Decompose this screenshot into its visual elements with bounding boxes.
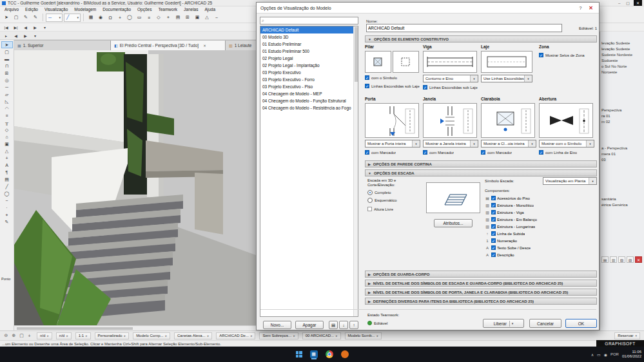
mvo-list-item[interactable]: 04 Checagem do Modelo - Resistência ao F… bbox=[260, 104, 353, 111]
tool-icon[interactable]: ~ bbox=[1, 197, 13, 204]
pilar-symbol-checkbox[interactable]: com o Símbolo bbox=[365, 75, 420, 80]
porta-marker-checkbox[interactable]: com Marcador bbox=[365, 150, 420, 155]
viga-hidden-lines-checkbox[interactable]: Linhas Escondidas sob Laje bbox=[423, 85, 478, 90]
statusbar-chip[interactable]: 00 ARCHICAD... bbox=[302, 332, 341, 339]
statusbar-chip[interactable]: Modelo Comp... bbox=[133, 332, 170, 339]
tool-icon[interactable]: ⊓ bbox=[1, 62, 13, 70]
navigator-item[interactable]: Sudoeste bbox=[600, 58, 644, 64]
chrome-icon[interactable] bbox=[326, 350, 333, 358]
tool-icon[interactable]: A bbox=[1, 162, 13, 169]
toolbar-icon[interactable]: + bbox=[115, 14, 124, 22]
pane-control-icon[interactable]: ▾ bbox=[31, 32, 39, 39]
stair-component-row[interactable]: ▥ Estrutura - Longarinas bbox=[485, 223, 597, 230]
stair-component-row[interactable]: ▥ Estrutura - Monolítico bbox=[485, 202, 597, 209]
tool-icon[interactable]: ▤ bbox=[1, 176, 13, 183]
stair-component-row[interactable]: ▥ Estrutura - Viga bbox=[485, 209, 597, 216]
menu-item[interactable]: Visualização bbox=[41, 7, 71, 12]
menu-item[interactable]: Modelagem bbox=[71, 7, 99, 12]
palette-icon[interactable]: ▧ bbox=[618, 256, 625, 263]
navigator-item[interactable]: levação Sudeste bbox=[600, 41, 644, 46]
file-action-button[interactable]: ↓ bbox=[339, 321, 348, 329]
navigator-item[interactable]: a - Perspectiva bbox=[600, 146, 644, 151]
menu-item[interactable]: Edição bbox=[22, 7, 41, 12]
navigator-item[interactable]: étrica Genérica bbox=[600, 202, 644, 208]
delete-button[interactable]: Apagar bbox=[295, 321, 324, 329]
zona-stamps-checkbox[interactable]: Mostrar Selos de Zona bbox=[539, 53, 594, 57]
minimize-button[interactable]: – bbox=[616, 1, 622, 5]
toolbar-icon[interactable]: ➤ bbox=[2, 14, 11, 22]
palette-icon[interactable]: ▨ bbox=[627, 256, 634, 263]
toolbar-icon[interactable]: ✎ bbox=[31, 14, 40, 22]
navigator-item[interactable]: 03 bbox=[600, 157, 644, 163]
pane-control-icon[interactable]: ▶ bbox=[21, 32, 30, 39]
menu-item[interactable]: Janelas bbox=[181, 7, 201, 12]
tool-icon[interactable]: · bbox=[1, 204, 13, 211]
maximize-button[interactable]: ▢ bbox=[624, 1, 632, 5]
stair-component-row[interactable]: ↑ Linha de Subida bbox=[485, 230, 597, 237]
abertura-axis-checkbox[interactable]: com Linha de Eixo bbox=[539, 150, 594, 155]
tool-icon[interactable]: ▣ bbox=[1, 140, 13, 148]
statusbar-chip[interactable]: n/d bbox=[37, 332, 52, 339]
navigator-item[interactable]: o Sul No Norte bbox=[600, 64, 644, 70]
section-lod-door[interactable]: NÍVEL DE DETALHE DOS SÍMBOLOS DE PORTA, … bbox=[365, 289, 597, 296]
abertura-display-dropdown[interactable]: Mostrar com o Símbolo bbox=[539, 140, 594, 148]
toolbar-icon[interactable]: ✎ bbox=[21, 14, 30, 22]
dialog-help-button[interactable]: ? bbox=[574, 6, 587, 10]
toolbar-icon[interactable]: ◯ bbox=[125, 14, 134, 22]
tray-icon[interactable]: ◉ bbox=[604, 352, 607, 357]
tool-icon[interactable]: ⌖ bbox=[1, 211, 13, 218]
janela-display-dropdown[interactable]: Mostrar a Janela inteira bbox=[423, 140, 478, 148]
palette-icon[interactable]: ▤ bbox=[601, 256, 609, 263]
zoom-control-icon[interactable]: ⊕ bbox=[10, 332, 17, 339]
stair-headroom-checkbox[interactable]: Altura Livre bbox=[367, 207, 423, 211]
navigator-item[interactable]: m 02 bbox=[600, 119, 644, 125]
toolbar-icon[interactable]: ▤ bbox=[173, 14, 182, 22]
nav-toolbar-icon[interactable]: ◀ bbox=[21, 24, 30, 31]
statusbar-chip[interactable]: n/d bbox=[56, 332, 72, 339]
toolbar-icon[interactable]: ~ bbox=[212, 14, 221, 22]
section-stair[interactable]: OPÇÕES DE ESCADA bbox=[365, 169, 597, 176]
tab-close-icon[interactable]: ✕ bbox=[203, 44, 206, 48]
archicad-taskbar-icon[interactable] bbox=[310, 350, 318, 358]
tool-icon[interactable]: ◯ bbox=[1, 190, 13, 197]
pane-control-icon[interactable]: ◀ bbox=[12, 32, 20, 39]
statusbar-chip[interactable]: ARCHICAD De... bbox=[216, 332, 255, 339]
line-style-dropdown[interactable]: ╱ bbox=[64, 14, 81, 22]
nav-toolbar-icon[interactable]: |◀ bbox=[2, 24, 10, 31]
pane-control-icon[interactable]: ▸ bbox=[2, 32, 10, 39]
file-action-button[interactable]: ▤ bbox=[329, 321, 338, 329]
navigator-item[interactable]: mera 01 bbox=[600, 151, 644, 157]
viewport-3d-view[interactable] bbox=[14, 50, 256, 325]
tool-icon[interactable]: + bbox=[1, 155, 13, 162]
stair-symbol-dropdown[interactable]: Visualização em Planta bbox=[543, 177, 597, 185]
stair-component-row[interactable]: ▥ Estrutura - Em Balanço bbox=[485, 216, 597, 223]
attributes-button[interactable]: Atributos... bbox=[434, 219, 473, 227]
menu-item[interactable]: Teamwork bbox=[155, 7, 181, 12]
line-style-dropdown[interactable]: ─ bbox=[46, 14, 63, 22]
laje-hidden-lines-dropdown[interactable]: Use Linhas Escondidas bbox=[481, 75, 532, 82]
section-lod-stair[interactable]: NÍVEL DE DETALHE DOS SÍMBOLOS DE ESCADA … bbox=[365, 280, 597, 287]
tool-icon[interactable]: ⊞ bbox=[1, 70, 13, 77]
toolbar-icon[interactable]: Ω bbox=[106, 14, 115, 22]
reserve-button[interactable]: Reservar bbox=[614, 332, 640, 339]
toolbar-icon[interactable]: ▦ bbox=[86, 14, 95, 22]
tool-icon[interactable]: ▱ bbox=[1, 91, 13, 98]
stair-radio-esquematico[interactable]: Esquemático bbox=[367, 198, 423, 203]
navigator-item[interactable]: Sudeste Nordeste bbox=[600, 52, 644, 58]
tool-icon[interactable]: ≡ bbox=[1, 112, 13, 119]
mvo-list-item[interactable]: 03 Projeto Executivo - Piso bbox=[260, 83, 353, 90]
tool-icon[interactable]: ⌂ bbox=[1, 133, 13, 140]
navigator-item[interactable]: Perspectiva bbox=[600, 108, 644, 113]
stair-component-row[interactable]: ▤ Acessórios do Piso bbox=[485, 195, 597, 202]
statusbar-chip[interactable]: 1:1 bbox=[75, 332, 91, 339]
section-constructive[interactable]: OPÇÕES DE ELEMENTO CONSTRUTIVO bbox=[365, 35, 597, 43]
mvo-list-item[interactable]: 02 Projeto Legal - Implantação bbox=[260, 62, 353, 69]
tool-icon[interactable]: ◠ bbox=[1, 105, 13, 112]
toolbar-icon[interactable]: ◉ bbox=[96, 14, 105, 22]
tool-icon[interactable]: ◇ bbox=[1, 126, 13, 133]
ok-button[interactable]: OK bbox=[565, 319, 597, 328]
toolbar-icon[interactable]: ▭ bbox=[135, 14, 144, 22]
tool-icon[interactable]: ➤ bbox=[1, 41, 13, 48]
scrollbar-thumb[interactable] bbox=[17, 327, 133, 330]
janela-marker-checkbox[interactable]: com Marcador bbox=[423, 150, 478, 155]
